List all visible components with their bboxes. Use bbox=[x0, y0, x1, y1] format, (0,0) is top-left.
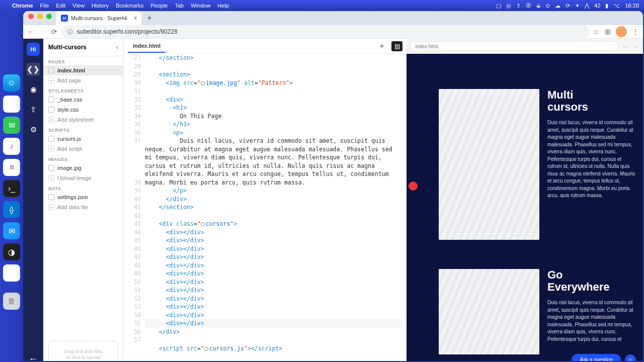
menu-window[interactable]: Window bbox=[191, 3, 210, 9]
share-icon[interactable]: ⇧ bbox=[27, 103, 40, 116]
macos-dock: ☺ ◉ ✉ ♪ ⌗ ›_ ⟠ ✉ ◑ ✿ 🗑 bbox=[0, 70, 23, 314]
control-center-icon[interactable]: ⌥ bbox=[613, 3, 620, 9]
status-icon[interactable]: ◎ bbox=[506, 3, 511, 9]
menu-bookmarks[interactable]: Bookmarks bbox=[116, 3, 143, 9]
preview-image bbox=[439, 269, 539, 354]
dock-mail[interactable]: ✉ bbox=[3, 222, 20, 239]
editor-tab-index[interactable]: index.html bbox=[128, 40, 166, 53]
menu-tab[interactable]: Tab bbox=[175, 3, 184, 9]
file-drop-zone[interactable]: Drag and drop files or click to upload bbox=[48, 341, 118, 361]
status-icon[interactable]: ⇪ bbox=[516, 3, 521, 9]
file-icon bbox=[48, 194, 54, 200]
file-sidebar: Multi-cursors ‹ PAGES index.html +Add pa… bbox=[43, 39, 124, 361]
app-name[interactable]: Chrome bbox=[12, 3, 33, 9]
menu-edit[interactable]: Edit bbox=[56, 3, 65, 9]
app-rail: Hi ❮❯ ◉ ⇧ ⚙ ← bbox=[23, 39, 43, 361]
clock[interactable]: 16:20 bbox=[625, 3, 639, 9]
favicon-icon: H bbox=[61, 15, 68, 22]
code-icon[interactable]: ❮❯ bbox=[27, 63, 40, 76]
back-button[interactable]: ← bbox=[27, 28, 34, 36]
forward-button[interactable]: → bbox=[39, 28, 46, 36]
dock-chrome[interactable]: ◉ bbox=[3, 96, 20, 113]
maximize-window-button[interactable] bbox=[46, 14, 52, 19]
battery-icon[interactable]: ▮ bbox=[605, 3, 608, 9]
profile-avatar[interactable] bbox=[616, 26, 627, 37]
sidebar-file-base-css[interactable]: _base.css bbox=[43, 95, 123, 105]
window-controls bbox=[26, 14, 56, 23]
menu-history[interactable]: History bbox=[92, 3, 109, 9]
menu-people[interactable]: People bbox=[150, 3, 168, 9]
code-editor[interactable]: 2728293031323334353637383940414243444546… bbox=[124, 54, 407, 361]
url-bar[interactable]: ⓘ subeditor.superhi.com/projects/90228 bbox=[61, 25, 589, 38]
browser-tab[interactable]: H Multi-cursors · SuperHi × bbox=[56, 11, 141, 25]
minimize-window-button[interactable] bbox=[37, 14, 43, 19]
editor-tabstrip: index.html ✧ ▤ bbox=[124, 39, 407, 54]
dock-terminal[interactable]: ›_ bbox=[3, 180, 20, 197]
superhi-logo[interactable]: Hi bbox=[27, 43, 40, 56]
dock-vscode[interactable]: ⟠ bbox=[3, 201, 20, 218]
wifi-icon[interactable]: ⋀ bbox=[585, 3, 589, 9]
dock-trash[interactable]: 🗑 bbox=[3, 293, 20, 310]
dock-finder[interactable]: ☺ bbox=[3, 74, 20, 92]
sidebar-file-index[interactable]: index.html bbox=[43, 65, 123, 75]
close-window-button[interactable] bbox=[28, 14, 34, 19]
gear-icon[interactable]: ⚙ bbox=[27, 123, 40, 136]
add-page-button[interactable]: +Add page bbox=[43, 75, 123, 85]
dock-photos[interactable]: ✿ bbox=[3, 264, 20, 282]
file-icon bbox=[48, 67, 54, 73]
chrome-window: H Multi-cursors · SuperHi × + ← → ⟳ ⓘ su… bbox=[23, 11, 643, 361]
extensions-icon[interactable]: ⊞ bbox=[605, 28, 611, 36]
reload-button[interactable]: ⟳ bbox=[51, 28, 57, 36]
magic-wand-icon[interactable]: ✧ bbox=[376, 41, 387, 51]
preview-image bbox=[439, 89, 539, 240]
status-icon[interactable]: ⦿ bbox=[526, 3, 531, 9]
status-icon[interactable]: ⬙ bbox=[536, 3, 540, 9]
plus-icon: + bbox=[48, 204, 54, 210]
preview-heading-2: GoEverywhere bbox=[547, 269, 636, 293]
toggle-preview-icon[interactable]: ▤ bbox=[391, 41, 403, 51]
sidebar-file-cursors-js[interactable]: cursors.js bbox=[43, 134, 123, 144]
new-tab-button[interactable]: + bbox=[143, 12, 155, 24]
dock-messages[interactable]: ✉ bbox=[3, 117, 20, 134]
sidebar-file-style-css[interactable]: style.css bbox=[43, 105, 123, 115]
sidebar-file-image-jpg[interactable]: image.jpg bbox=[43, 163, 123, 173]
dock-slack[interactable]: ⌗ bbox=[3, 159, 20, 176]
tab-strip: H Multi-cursors · SuperHi × + bbox=[23, 11, 643, 25]
status-icon[interactable]: ✦ bbox=[575, 3, 580, 9]
preview-forward-icon[interactable]: → bbox=[632, 43, 639, 50]
eye-icon[interactable]: ◉ bbox=[27, 83, 40, 96]
section-stylesheets: STYLESHEETS bbox=[43, 85, 123, 95]
preview-body[interactable]: Multicursors Duis nisl lacus, viverra id… bbox=[407, 54, 643, 361]
section-data: DATA bbox=[43, 183, 123, 192]
collapse-sidebar-icon[interactable]: ‹ bbox=[116, 44, 118, 51]
preview-back-icon[interactable]: ← bbox=[622, 43, 628, 50]
chrome-menu-icon[interactable]: ⋮ bbox=[632, 28, 639, 36]
code-lines[interactable]: </section> <section> <img src="image.jpg… bbox=[145, 54, 407, 361]
back-arrow-icon[interactable]: ← bbox=[27, 352, 40, 361]
status-icon[interactable]: ⟳ bbox=[566, 3, 570, 9]
upload-image-button[interactable]: +Upload image bbox=[43, 173, 123, 183]
preview-url-bar[interactable]: index.html bbox=[411, 41, 618, 51]
status-icon[interactable]: ▢ bbox=[496, 3, 501, 9]
menu-help[interactable]: Help bbox=[217, 3, 229, 9]
plus-icon: + bbox=[48, 175, 54, 181]
close-tab-icon[interactable]: × bbox=[134, 15, 137, 22]
dock-music[interactable]: ♪ bbox=[3, 138, 20, 155]
status-icon[interactable]: ☁ bbox=[555, 3, 560, 9]
file-icon bbox=[48, 97, 54, 103]
add-script-button[interactable]: +Add script bbox=[43, 144, 123, 154]
menu-file[interactable]: File bbox=[40, 3, 49, 9]
menu-view[interactable]: View bbox=[72, 3, 85, 9]
preview-toolbar: index.html ← → bbox=[407, 39, 643, 54]
add-stylesheet-button[interactable]: +Add stylesheet bbox=[43, 115, 123, 125]
app-content: Hi ❮❯ ◉ ⇧ ⚙ ← Multi-cursors ‹ PAGES inde… bbox=[23, 39, 643, 361]
status-icon[interactable]: ⊙ bbox=[545, 3, 550, 9]
preview-paragraph-1: Duis nisl lacus, viverra id commodo sit … bbox=[547, 119, 636, 200]
star-icon[interactable]: ☆ bbox=[593, 28, 600, 36]
file-icon bbox=[48, 107, 54, 113]
add-data-button[interactable]: +Add data file bbox=[43, 202, 123, 212]
dock-figma[interactable]: ◑ bbox=[3, 243, 20, 260]
sidebar-file-settings-json[interactable]: settings.json bbox=[43, 192, 123, 202]
gutter: 2728293031323334353637383940414243444546… bbox=[124, 54, 145, 361]
ask-question[interactable]: Ask a question ☺ bbox=[572, 354, 636, 361]
